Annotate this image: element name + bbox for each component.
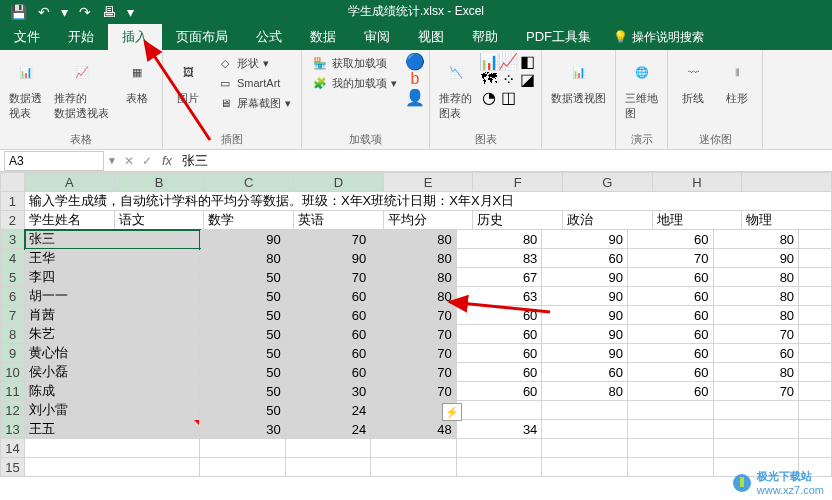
cell[interactable]: 24: [285, 420, 371, 439]
tab-home[interactable]: 开始: [54, 24, 108, 50]
cell[interactable]: 90: [285, 249, 371, 268]
cell[interactable]: [799, 344, 832, 363]
row-header[interactable]: 14: [1, 439, 25, 458]
cell[interactable]: 83: [456, 249, 542, 268]
bar-chart-icon[interactable]: 📊: [481, 53, 497, 69]
table-button[interactable]: ▦表格: [118, 53, 156, 109]
cell[interactable]: [799, 439, 832, 458]
cell[interactable]: 60: [627, 287, 713, 306]
cell[interactable]: 陈成: [25, 382, 200, 401]
cell[interactable]: 30: [285, 382, 371, 401]
cell[interactable]: 50: [200, 382, 286, 401]
tab-data[interactable]: 数据: [296, 24, 350, 50]
tab-view[interactable]: 视图: [404, 24, 458, 50]
select-all-corner[interactable]: [1, 173, 25, 192]
cell[interactable]: 输入学生成绩，自动统计学科的平均分等数据。班级：X年X班统计日期：X年X月X日: [24, 192, 831, 211]
cell[interactable]: 政治: [563, 211, 653, 230]
cell[interactable]: 张三: [25, 230, 200, 249]
cell[interactable]: 60: [542, 363, 628, 382]
cell[interactable]: 黄心怡: [25, 344, 200, 363]
row-header[interactable]: 7: [1, 306, 25, 325]
cell[interactable]: [799, 363, 832, 382]
cell[interactable]: 60: [456, 382, 542, 401]
cell[interactable]: [799, 325, 832, 344]
cell[interactable]: [200, 458, 286, 477]
hier-chart-icon[interactable]: ◧: [519, 53, 535, 69]
row-header[interactable]: 8: [1, 325, 25, 344]
cell[interactable]: 63: [456, 287, 542, 306]
tell-me-search[interactable]: 💡 操作说明搜索: [613, 24, 704, 50]
cell[interactable]: 70: [371, 306, 457, 325]
pivot-chart-button[interactable]: 📊数据透视图: [548, 53, 609, 109]
cell[interactable]: [456, 401, 542, 420]
enter-formula-icon[interactable]: ✓: [138, 154, 156, 168]
smartart-button[interactable]: ▭SmartArt: [213, 73, 295, 93]
cell[interactable]: 60: [285, 287, 371, 306]
cell[interactable]: 胡一一: [25, 287, 200, 306]
cell[interactable]: [799, 268, 832, 287]
tab-insert[interactable]: 插入: [108, 24, 162, 50]
recommended-charts-button[interactable]: 📉推荐的 图表: [436, 53, 475, 124]
col-header[interactable]: F: [473, 173, 563, 192]
shapes-button[interactable]: ◇形状▾: [213, 53, 295, 73]
cell[interactable]: 平均分: [383, 211, 473, 230]
col-header[interactable]: C: [204, 173, 294, 192]
my-addins-button[interactable]: 🧩我的加载项▾: [308, 73, 401, 93]
cell[interactable]: 60: [542, 249, 628, 268]
cell[interactable]: 英语: [294, 211, 384, 230]
cell[interactable]: 90: [542, 287, 628, 306]
tab-layout[interactable]: 页面布局: [162, 24, 242, 50]
cell[interactable]: [713, 439, 799, 458]
cell[interactable]: 48: [371, 420, 457, 439]
cell[interactable]: 历史: [473, 211, 563, 230]
col-header[interactable]: E: [383, 173, 473, 192]
cell[interactable]: 80: [713, 230, 799, 249]
tab-formula[interactable]: 公式: [242, 24, 296, 50]
cell[interactable]: 60: [627, 325, 713, 344]
cell[interactable]: 60: [456, 344, 542, 363]
quick-analysis-button[interactable]: ⚡: [442, 403, 462, 421]
cell[interactable]: [371, 439, 457, 458]
cell[interactable]: 34: [456, 420, 542, 439]
cell[interactable]: 60: [627, 306, 713, 325]
row-header[interactable]: 13: [1, 420, 25, 439]
redo-icon[interactable]: ↷: [75, 3, 95, 21]
cell[interactable]: [371, 458, 457, 477]
data-rows[interactable]: 3 张三 90 70 80 80 90 60 80 4 王华 80 90 80 …: [0, 229, 832, 477]
col-header[interactable]: D: [294, 173, 384, 192]
cell[interactable]: 70: [713, 325, 799, 344]
row-header[interactable]: 12: [1, 401, 25, 420]
cell[interactable]: [542, 439, 628, 458]
cell[interactable]: 地理: [652, 211, 742, 230]
formula-bar[interactable]: 张三: [178, 152, 832, 170]
cell[interactable]: 60: [627, 344, 713, 363]
row-header[interactable]: 6: [1, 287, 25, 306]
cell[interactable]: 70: [371, 363, 457, 382]
cell[interactable]: 30: [200, 420, 286, 439]
cell[interactable]: [627, 458, 713, 477]
screenshot-button[interactable]: 🖥屏幕截图▾: [213, 93, 295, 113]
cell[interactable]: 60: [627, 268, 713, 287]
col-header[interactable]: G: [563, 173, 653, 192]
cell[interactable]: 学生姓名: [24, 211, 114, 230]
cell[interactable]: 70: [627, 249, 713, 268]
scatter-chart-icon[interactable]: ⁘: [500, 71, 516, 87]
cell[interactable]: 王华: [25, 249, 200, 268]
cell[interactable]: [25, 439, 200, 458]
tab-help[interactable]: 帮助: [458, 24, 512, 50]
cell[interactable]: [799, 306, 832, 325]
picture-button[interactable]: 🖼图片: [169, 53, 207, 109]
sparkline-line-button[interactable]: 〰折线: [674, 53, 712, 109]
save-icon[interactable]: 💾: [6, 3, 31, 21]
cell[interactable]: [542, 458, 628, 477]
cell[interactable]: 24: [285, 401, 371, 420]
row-header[interactable]: 10: [1, 363, 25, 382]
cell[interactable]: [456, 458, 542, 477]
chevron-down-icon[interactable]: ▼: [104, 155, 120, 166]
cell[interactable]: [713, 420, 799, 439]
cell[interactable]: 60: [713, 344, 799, 363]
cell[interactable]: 60: [285, 344, 371, 363]
chevron-down-icon[interactable]: ▾: [123, 3, 138, 21]
row-header[interactable]: 15: [1, 458, 25, 477]
cell[interactable]: [799, 287, 832, 306]
